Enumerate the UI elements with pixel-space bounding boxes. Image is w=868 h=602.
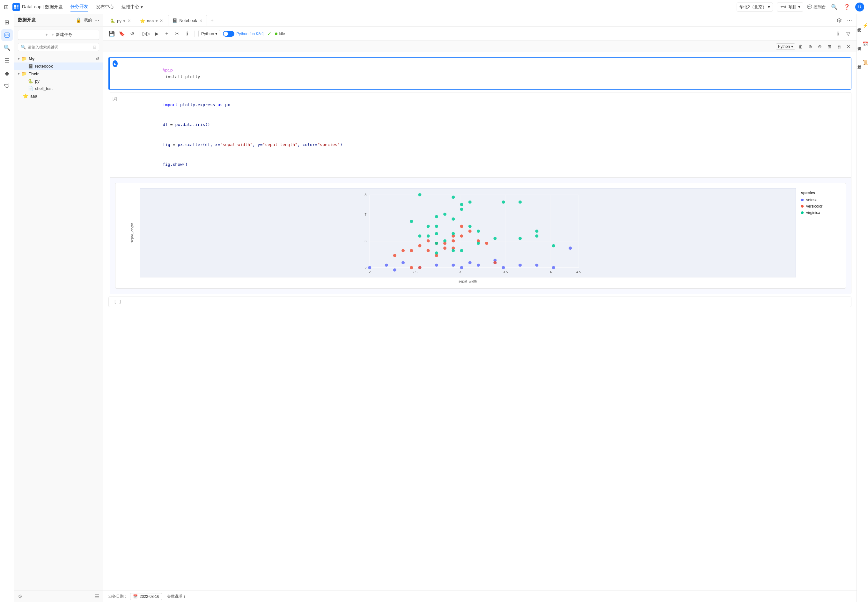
my-label: 我的 (84, 17, 92, 23)
delete-cell-icon[interactable]: ✕ (844, 42, 853, 51)
right-panel-schedule[interactable]: 📅 调度设置 (858, 35, 867, 53)
kernel-toggle-switch[interactable] (223, 31, 234, 37)
date-input[interactable]: 📅 2022-08-16 (130, 593, 162, 600)
help-button[interactable]: ❓ (842, 3, 851, 11)
svg-text:2: 2 (369, 270, 370, 274)
filter-icon[interactable]: ⊟ (93, 45, 96, 49)
chevron-down-icon: ▾ (215, 31, 218, 36)
svg-point-70 (452, 218, 455, 221)
tree-item-py[interactable]: 🐍 py (14, 77, 103, 85)
expand-btn[interactable]: ▽ (844, 29, 853, 38)
python-select[interactable]: Python ▾ (776, 43, 795, 50)
info-btn-right[interactable]: ℹ (834, 29, 842, 38)
their-section-header[interactable]: ▾ 📁 Their (14, 70, 103, 77)
aaa-tab-icon: ⭐ (140, 18, 145, 23)
cell-2-run-button[interactable]: [2] (110, 92, 120, 177)
svg-point-88 (427, 234, 430, 238)
svg-point-81 (519, 200, 522, 203)
sidebar-icon-home[interactable]: ⊞ (1, 17, 13, 28)
user-avatar[interactable]: U (855, 3, 864, 11)
new-task-button[interactable]: ＋ ＋ 新建任务 (18, 30, 99, 40)
nav-link-publish[interactable]: 发布中心 (96, 3, 114, 11)
toolbar-right: ℹ ▽ (834, 29, 853, 38)
empty-cell[interactable]: [ ] (108, 296, 851, 307)
svg-rect-1 (17, 5, 18, 7)
run-button[interactable]: ▶ (152, 29, 161, 38)
sidebar-icon-diamond[interactable]: ◆ (1, 68, 13, 79)
run-all-button[interactable]: ▷▷ (142, 29, 151, 38)
search-input[interactable] (28, 45, 91, 49)
add-below-icon[interactable]: ⊖ (816, 42, 824, 51)
settings-icon[interactable]: ⚙ (18, 593, 22, 599)
expand-arrow-icon: ▾ (18, 57, 20, 61)
save-button[interactable]: 💾 (107, 29, 116, 38)
refresh-button[interactable]: ↺ (128, 29, 137, 38)
project-select[interactable]: test_项目 ▾ (777, 3, 803, 11)
svg-point-66 (410, 220, 413, 223)
sync-icon[interactable]: ↺ (96, 57, 99, 61)
tab-aaa[interactable]: ⭐ aaa ✕ (136, 15, 168, 26)
file-tree-header-right: 🔒 我的 ⋯ (75, 17, 99, 23)
svg-point-57 (460, 234, 463, 238)
svg-text:3: 3 (459, 270, 461, 274)
nav-links: 任务开发 发布中心 运维中心 ▾ (71, 3, 143, 11)
sidebar-icon-code[interactable] (1, 29, 13, 41)
nav-link-task[interactable]: 任务开发 (71, 3, 88, 11)
app-grid-icon[interactable]: ⊞ (4, 3, 9, 11)
tree-item-shell-test[interactable]: 📄 shell_test (14, 85, 103, 92)
more-icon[interactable]: ⋯ (845, 16, 854, 25)
right-panel-history[interactable]: 📜 历史版本 (858, 54, 867, 71)
add-cell-button[interactable]: ＋ (162, 29, 171, 38)
right-panel: ⚡ 执行设置 📅 调度设置 📜 历史版本 (857, 14, 868, 602)
checkpoint-button[interactable]: 🔖 (117, 29, 126, 38)
split-icon[interactable]: ⊞ (825, 42, 834, 51)
tree-item-notebook[interactable]: 📓 Notebook (14, 63, 103, 70)
notebook-tab-close[interactable]: ✕ (199, 18, 203, 23)
console-button[interactable]: 💬 控制台 (807, 4, 826, 10)
notebook-label: Notebook (35, 64, 53, 69)
tab-py[interactable]: 🐍 py ✕ (106, 15, 135, 26)
nav-link-ops[interactable]: 运维中心 ▾ (121, 3, 143, 11)
sidebar-icon-shield[interactable]: 🛡 (1, 80, 13, 92)
svg-point-41 (519, 263, 522, 267)
right-panel-execution[interactable]: ⚡ 执行设置 (858, 17, 867, 34)
tree-item-aaa[interactable]: ⭐ aaa (14, 92, 103, 100)
tab-notebook[interactable]: 📓 Notebook ✕ (168, 15, 207, 26)
sidebar-icon-search[interactable]: 🔍 (1, 42, 13, 54)
region-select[interactable]: 华北2（北京） ▾ (737, 3, 773, 11)
cell-1-run-button[interactable]: ▶ (110, 58, 120, 89)
svg-point-51 (443, 246, 446, 250)
trash-icon[interactable]: 🗑 (797, 42, 805, 51)
more-options-icon[interactable]: ⋯ (94, 17, 99, 23)
svg-point-43 (552, 266, 555, 269)
kernel-select[interactable]: Python ▾ (198, 30, 220, 37)
cell-2-code[interactable]: import plotly.express as px df = px.data… (120, 92, 851, 177)
aaa-tab-close[interactable]: ✕ (160, 18, 163, 23)
param-label: 参数说明 (167, 594, 183, 599)
layers-icon[interactable] (835, 16, 844, 25)
my-section-header[interactable]: ▾ 📁 My ↺ (14, 55, 103, 63)
svg-text:7: 7 (364, 213, 366, 217)
add-above-icon[interactable]: ⊕ (806, 42, 814, 51)
legend-item-virginica: virginica (801, 210, 836, 215)
chevron-down-icon: ▾ (141, 5, 143, 9)
svg-point-64 (485, 242, 488, 245)
search-button[interactable]: 🔍 (830, 3, 839, 11)
expand-arrow-icon: ▾ (18, 72, 20, 75)
cut-button[interactable]: ✂ (172, 29, 181, 38)
copy-cell-icon[interactable]: ⎘ (835, 42, 843, 51)
svg-point-72 (469, 200, 472, 203)
info-button[interactable]: ℹ (183, 29, 192, 38)
info-icon[interactable]: ℹ (184, 594, 185, 599)
kernel-check-icon: ✓ (265, 29, 273, 38)
sidebar-icon-list[interactable]: ☰ (1, 55, 13, 66)
svg-point-59 (410, 266, 413, 269)
setosa-dot (801, 199, 803, 201)
file-tree-bottom: ⚙ ☰ (14, 591, 103, 602)
versicolor-dot (801, 205, 803, 207)
file-tree-content: ▾ 📁 My ↺ 📓 Notebook ▾ 📁 Their 🐍 py (14, 54, 103, 591)
cell-1-code[interactable]: %pip install plotly (120, 58, 851, 89)
py-tab-close[interactable]: ✕ (127, 18, 131, 23)
add-tab-button[interactable]: ＋ (207, 16, 217, 25)
list-icon[interactable]: ☰ (95, 593, 99, 599)
